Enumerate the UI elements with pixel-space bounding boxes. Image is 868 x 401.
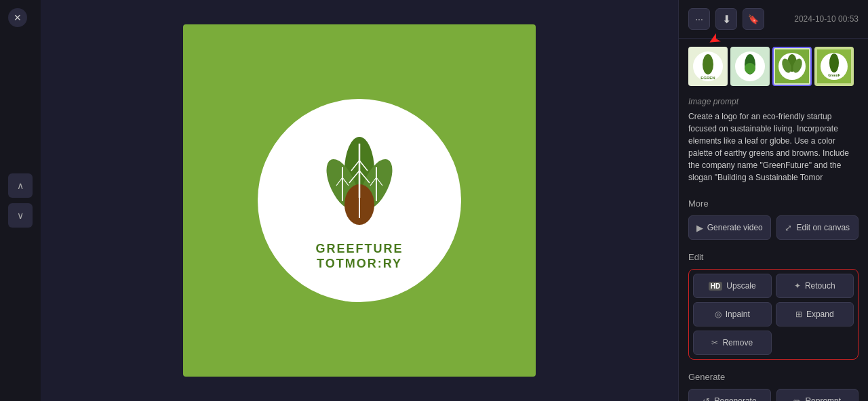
more-icon: ··· [695, 14, 703, 24]
image-prompt-label: Image prompt [688, 97, 859, 106]
thumbnail-3[interactable] [772, 47, 812, 86]
close-icon: ✕ [14, 12, 22, 23]
thumbnail-2-img [732, 48, 768, 85]
edit-section-header: Edit [679, 245, 868, 266]
thumbnail-1-img: EGREN [690, 48, 726, 85]
edit-on-canvas-label: Edit on canvas [796, 223, 850, 232]
edit-empty-slot [776, 331, 854, 355]
retouch-label: Retouch [805, 281, 835, 291]
canvas-icon: ⤢ [785, 223, 792, 233]
nav-down-button[interactable]: ∨ [8, 203, 33, 228]
inpaint-label: Inpaint [726, 310, 750, 319]
thumbnail-4[interactable]: GreenF [814, 47, 854, 86]
svg-point-21 [745, 63, 755, 74]
right-panel: ··· ⬇ 🔖 2024-10-10 00:53 ➤ EGREN [678, 0, 868, 401]
expand-icon: ⊞ [795, 310, 802, 319]
thumbnail-1[interactable]: EGREN [688, 47, 728, 86]
inpaint-button[interactable]: ◎ Inpaint [693, 302, 772, 326]
chevron-up-icon: ∧ [17, 180, 24, 191]
regenerate-icon: ↺ [703, 396, 710, 402]
reprompt-icon: ✏ [793, 396, 801, 402]
more-section-header: More [679, 192, 868, 213]
generate-section-header: Generate [679, 365, 868, 386]
remove-button[interactable]: ✂ Remove [693, 331, 772, 355]
download-icon: ⬇ [722, 13, 731, 26]
logo-text: GREEFTURE TOTMOR:RY [315, 241, 403, 272]
upscale-button[interactable]: HD Upscale [693, 274, 772, 298]
svg-text:GreenF: GreenF [828, 73, 840, 77]
thumbnail-strip: EGREN GreenF [679, 39, 868, 91]
generate-video-button[interactable]: ▶ Generate video [688, 215, 771, 240]
regenerate-label: Regenerate [714, 396, 757, 401]
edit-on-canvas-button[interactable]: ⤢ Edit on canvas [776, 215, 859, 240]
svg-text:EGREN: EGREN [701, 76, 715, 80]
svg-point-29 [829, 54, 839, 72]
thumbnail-2[interactable] [730, 47, 770, 86]
video-icon: ▶ [696, 223, 703, 233]
bookmark-icon: 🔖 [748, 14, 759, 24]
reprompt-label: Reprompt [805, 396, 841, 401]
svg-point-17 [703, 54, 713, 75]
retouch-icon: ✦ [794, 281, 801, 291]
expand-button[interactable]: ⊞ Expand [776, 302, 854, 326]
more-action-row: ▶ Generate video ⤢ Edit on canvas [679, 213, 868, 245]
upscale-label: Upscale [726, 281, 755, 291]
chevron-down-icon: ∨ [17, 210, 24, 221]
inpaint-icon: ◎ [715, 310, 722, 319]
retouch-button[interactable]: ✦ Retouch [776, 274, 854, 298]
reprompt-button[interactable]: ✏ Reprompt [776, 389, 859, 401]
expand-label: Expand [806, 310, 834, 319]
hd-icon: HD [709, 282, 722, 291]
generate-row: ↺ Regenerate ✏ Reprompt [679, 386, 868, 401]
prompt-section: Image prompt Create a logo for an eco-fr… [679, 91, 868, 192]
remove-label: Remove [722, 338, 753, 347]
app-container: ✕ ∧ ∨ [0, 0, 868, 401]
prompt-text: Create a logo for an eco-friendly startu… [688, 110, 859, 184]
image-preview: GREEFTURE TOTMOR:RY [183, 24, 536, 377]
generate-video-label: Generate video [707, 223, 763, 232]
remove-icon: ✂ [711, 338, 718, 347]
thumbnail-4-img: GreenF [816, 48, 852, 85]
logo-circle: GREEFTURE TOTMOR:RY [258, 99, 461, 302]
thumbnail-3-img [774, 48, 810, 85]
left-nav: ∧ ∨ [0, 0, 41, 401]
more-options-button[interactable]: ··· [688, 8, 710, 30]
close-button[interactable]: ✕ [8, 8, 27, 27]
panel-top-bar: ··· ⬇ 🔖 2024-10-10 00:53 ➤ [679, 0, 868, 39]
download-button[interactable]: ⬇ [715, 8, 737, 30]
bookmark-button[interactable]: 🔖 [743, 8, 764, 30]
canvas-area: GREEFTURE TOTMOR:RY [41, 0, 678, 401]
nav-up-button[interactable]: ∧ [8, 173, 33, 198]
timestamp: 2024-10-10 00:53 [794, 14, 859, 24]
edit-section: HD Upscale ✦ Retouch ◎ Inpaint ⊞ Expand … [688, 269, 859, 360]
regenerate-button[interactable]: ↺ Regenerate [688, 389, 771, 401]
logo-leaves-svg [312, 130, 407, 238]
